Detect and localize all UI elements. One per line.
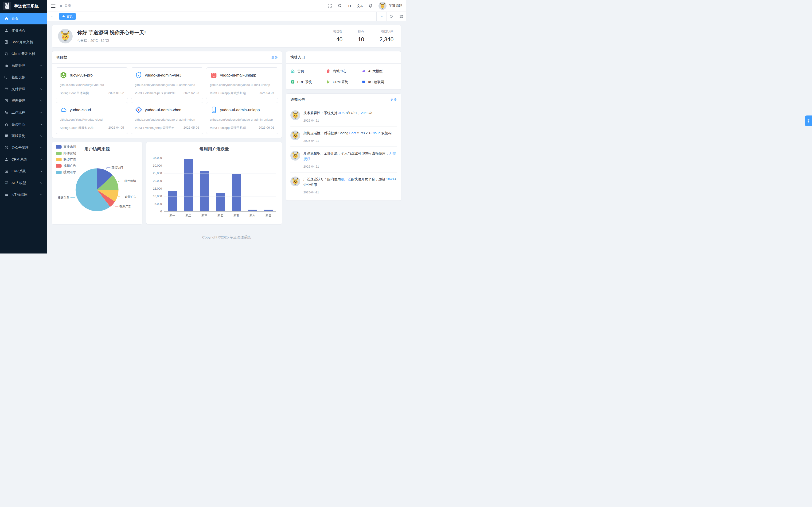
- sidebar-item-label: CRM 系统: [11, 157, 27, 162]
- projects-card: 项目数 更多 ruoyi-vue-progithub.com/YunaiV/ru…: [52, 51, 282, 138]
- sidebar-item-gear[interactable]: 系统管理: [0, 60, 47, 71]
- legend-item[interactable]: 邮件营销: [56, 151, 76, 155]
- pie-legend: 直接访问邮件营销联盟广告视频广告搜索引擎: [56, 145, 76, 174]
- tabs-scroll-left-icon[interactable]: «: [47, 12, 57, 21]
- sidebar-item-bicycle[interactable]: 会员中心: [0, 118, 47, 130]
- sidebar-item-document[interactable]: Boot 开发文档: [0, 36, 47, 48]
- tabs-layout-grid-icon[interactable]: [396, 12, 406, 21]
- tabs-scroll-right-icon[interactable]: »: [376, 12, 386, 21]
- greeting-card: 你好 芋道源码 祝你开心每一天! 今日晴，20℃ - 32℃! 项目数40待办1…: [52, 25, 401, 47]
- mall-bag-icon: [210, 71, 217, 79]
- shortcut-sc-ai[interactable]: AIAI 大模型: [361, 69, 397, 73]
- sidebar-item-box[interactable]: ERP 系统: [0, 165, 47, 177]
- legend-item[interactable]: 直接访问: [56, 145, 76, 149]
- sidebar-item-pie-chart[interactable]: 报表管理: [0, 95, 47, 107]
- monitor-icon: [4, 75, 8, 79]
- projects-title: 项目数: [56, 55, 67, 60]
- shortcut-label: ERP 系统: [297, 80, 312, 84]
- sidebar-item-wallet[interactable]: 支付管理: [0, 83, 47, 95]
- sidebar-item-compass[interactable]: 公众号管理: [0, 142, 47, 154]
- sidebar-item-shop[interactable]: 商城系统: [0, 130, 47, 142]
- project-card-ruoyi-vue-pro[interactable]: ruoyi-vue-progithub.com/YunaiV/ruoyi-vue…: [56, 67, 128, 99]
- bar-x-axis-line: [164, 211, 276, 212]
- tabs-host: 首页: [57, 12, 376, 21]
- shortcut-sc-erp[interactable]: EERP 系统: [290, 79, 326, 84]
- bar-x-labels: 周一周二周三周四周五周六周日: [164, 214, 276, 218]
- y-axis-tick: 10,000: [153, 194, 162, 198]
- font-size-icon[interactable]: Tt: [348, 4, 351, 7]
- tab-home[interactable]: 首页: [59, 13, 75, 20]
- app-title: 芋道管理系统: [14, 3, 39, 9]
- sidebar-item-label: 报表管理: [11, 99, 25, 103]
- compass-icon: [4, 146, 8, 150]
- tabs-refresh-icon[interactable]: [386, 12, 396, 21]
- project-url: github.com/yudaocode/yudao-ui-admin-vben: [135, 117, 199, 122]
- locale-icon[interactable]: 文A: [357, 4, 363, 7]
- search-icon[interactable]: [338, 3, 342, 8]
- legend-item[interactable]: 搜索引擎: [56, 170, 76, 174]
- project-date: 2025-02-03: [184, 91, 199, 95]
- copyright-footer: Copyright ©2025 芋道管理系统: [52, 228, 401, 243]
- projects-more-link[interactable]: 更多: [271, 55, 278, 60]
- chevron-down-icon: [40, 76, 43, 78]
- sidebar-item-workflow[interactable]: 工作流程: [0, 107, 47, 118]
- sidebar-item-label: 作者动态: [11, 28, 25, 33]
- legend-item[interactable]: 视频广告: [56, 164, 76, 168]
- bar-slot: [196, 158, 212, 212]
- sidebar-item-crm-user[interactable]: CRM 系统: [0, 154, 47, 165]
- notification-bell-icon[interactable]: [368, 3, 373, 8]
- sidebar-item-user[interactable]: 作者动态: [0, 24, 47, 36]
- user-name: 芋道源码: [389, 3, 402, 8]
- fullscreen-icon[interactable]: [327, 3, 332, 8]
- project-date: 2025-06-01: [259, 126, 274, 130]
- breadcrumb[interactable]: 首页: [59, 3, 71, 8]
- project-card-yudao-cloud[interactable]: yudao-cloudgithub.com/YunaiV/yudao-cloud…: [56, 102, 128, 134]
- notice-item-2[interactable]: 架构灵活性：后端提供 Spring Boot 2.7/3.2 + Cloud 双…: [290, 126, 397, 147]
- workflow-icon: [4, 110, 8, 115]
- home-icon: [59, 4, 63, 7]
- notice-date: 2025-04-21: [303, 190, 397, 194]
- notice-item-3[interactable]: 开源免授权：全部开源，个人与企业可 100% 直接使用，无需授权2025-04-…: [290, 147, 397, 172]
- greeting-stats: 项目数40待办10项目访问2,340: [325, 30, 395, 43]
- shortcut-label: IoT 物联网: [368, 80, 384, 84]
- legend-item[interactable]: 联盟广告: [56, 158, 76, 162]
- menu-collapse-icon[interactable]: [51, 4, 55, 8]
- project-date: 2025-03-04: [259, 91, 274, 95]
- project-card-yudao-ui-admin-vben[interactable]: yudao-ui-admin-vbengithub.com/yudaocode/…: [131, 102, 203, 134]
- legend-swatch: [56, 152, 61, 155]
- bar-plot: [164, 158, 276, 212]
- sidebar-item-monitor[interactable]: 基础设施: [0, 71, 47, 83]
- greeting-weather: 今日晴，20℃ - 32℃!: [77, 39, 321, 43]
- shortcut-sc-crm[interactable]: CRM 系统: [326, 79, 361, 84]
- gridline: [164, 158, 276, 158]
- shortcut-sc-iot[interactable]: IoT 物联网: [361, 79, 397, 84]
- stat-项目数: 项目数40: [325, 30, 350, 43]
- project-card-yudao-ui-admin-uniapp[interactable]: yudao-ui-admin-uniappgithub.com/yudaocod…: [206, 102, 278, 134]
- y-axis-tick: 20,000: [153, 179, 162, 183]
- notice-title: 开源免授权：全部开源，个人与企业可 100% 直接使用，无需授权: [303, 151, 397, 162]
- sidebar-item-copy-document[interactable]: Cloud 开发文档: [0, 48, 47, 60]
- app-brand[interactable]: 芋道管理系统: [0, 0, 47, 12]
- sidebar-item-home[interactable]: 首页: [0, 13, 47, 24]
- project-card-yudao-ui-admin-vue3[interactable]: yudao-ui-admin-vue3github.com/yudaocode/…: [131, 67, 203, 99]
- sc-mall-icon: [326, 69, 331, 73]
- notice-title: 技术兼容性：系统支持 JDK 8/17/21，Vue 2/3: [303, 110, 397, 116]
- user-menu[interactable]: 芋道源码: [378, 2, 402, 10]
- shortcut-sc-mall[interactable]: 商城中心: [326, 69, 361, 73]
- svg-text:AI: AI: [5, 182, 7, 184]
- notices-more-link[interactable]: 更多: [390, 98, 397, 102]
- sidebar-item-ai[interactable]: AIAI 大模型: [0, 177, 47, 189]
- shortcut-label: 首页: [297, 69, 304, 73]
- sidebar: 芋道管理系统 首页作者动态Boot 开发文档Cloud 开发文档系统管理基础设施…: [0, 0, 47, 253]
- greeting-title: 你好 芋道源码 祝你开心每一天!: [77, 30, 321, 36]
- sidebar-item-iot[interactable]: IoT 物联网: [0, 189, 47, 201]
- shortcut-sc-home[interactable]: 首页: [290, 69, 326, 73]
- legend-label: 直接访问: [63, 145, 76, 149]
- notice-text: 技术兼容性：系统支持: [303, 111, 338, 115]
- iot-icon: [4, 192, 8, 197]
- notice-item-1[interactable]: 技术兼容性：系统支持 JDK 8/17/21，Vue 2/32025-04-21: [290, 106, 397, 126]
- notice-avatar: [290, 110, 300, 120]
- sidebar-item-label: 系统管理: [11, 63, 25, 68]
- project-card-yudao-ui-mall-uniapp[interactable]: yudao-ui-mall-uniappgithub.com/yudaocode…: [206, 67, 278, 99]
- notice-item-4[interactable]: 广泛企业认可：国内使用最广泛的快速开发平台，远超 10w++ 企业使用2025-…: [290, 172, 397, 198]
